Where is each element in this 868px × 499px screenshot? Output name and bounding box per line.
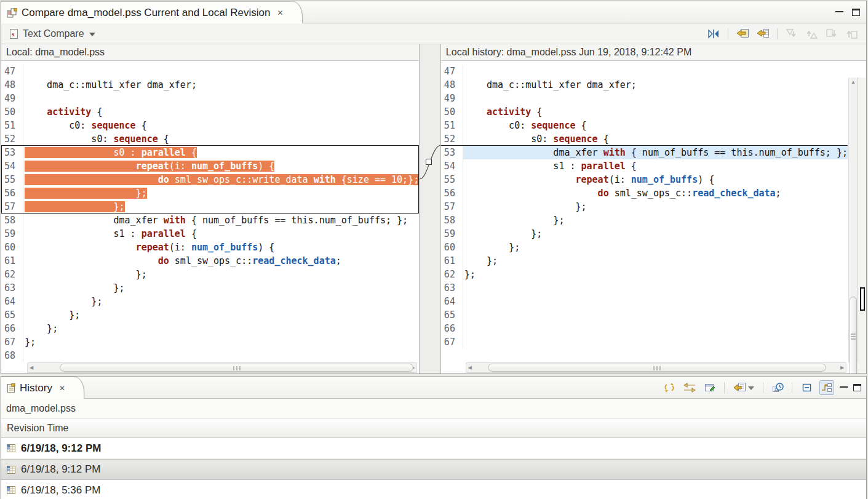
maximize-icon[interactable] xyxy=(852,9,860,16)
maximize-icon[interactable] xyxy=(853,384,861,391)
close-icon[interactable]: ✕ xyxy=(59,385,65,392)
code-line[interactable]: 57 }; xyxy=(1,200,419,214)
code-line[interactable]: 60 repeat(i: num_of_buffs) { xyxy=(1,241,419,254)
code-line[interactable]: 62}; xyxy=(441,268,866,281)
code-line[interactable]: 60 }; xyxy=(441,241,866,254)
code-line[interactable]: 51 c0: sequence { xyxy=(441,119,866,132)
toolbar-separator xyxy=(777,28,778,39)
line-number: 47 xyxy=(1,65,23,78)
code-line[interactable]: 48 dma_c::multi_xfer dma_xfer; xyxy=(1,78,419,92)
tab-history[interactable]: History ✕ xyxy=(1,377,84,399)
diff-overview-ruler[interactable] xyxy=(858,78,866,373)
code-line[interactable]: 48 dma_c::multi_xfer dma_xfer; xyxy=(441,78,866,92)
code-line[interactable]: 54 s1 : parallel { xyxy=(441,159,866,173)
line-number: 67 xyxy=(441,335,463,349)
line-number: 65 xyxy=(441,308,463,322)
scroll-left-icon[interactable]: ◀ xyxy=(466,363,474,372)
compare-window-buttons xyxy=(835,1,860,23)
code-line[interactable]: 56 }; xyxy=(1,186,419,200)
right-code-editor[interactable]: 4748 dma_c::multi_xfer dma_xfer;4950 act… xyxy=(441,61,866,373)
swap-left-right-icon[interactable] xyxy=(706,26,721,41)
code-line[interactable]: 49 xyxy=(1,92,419,105)
copy-current-change-right-to-left-icon[interactable] xyxy=(755,26,770,41)
code-line[interactable]: 47 xyxy=(1,65,419,78)
line-number: 52 xyxy=(441,132,463,146)
scrollbar-thumb[interactable] xyxy=(60,364,413,372)
revision-row[interactable]: 6/19/18, 9:12 PM xyxy=(1,438,866,459)
line-number: 51 xyxy=(1,119,23,132)
code-line[interactable]: 61 do sml_sw_ops_c::read_check_data; xyxy=(1,254,419,268)
code-line[interactable]: 66 xyxy=(441,322,866,335)
code-line[interactable]: 66 }; xyxy=(1,322,419,335)
scrollbar-thumb[interactable] xyxy=(850,297,857,373)
code-line[interactable]: 68 xyxy=(1,349,419,362)
code-line[interactable]: 62 }; xyxy=(1,268,419,281)
revision-icon xyxy=(7,444,15,452)
line-number: 56 xyxy=(441,186,463,200)
revision-row[interactable]: 6/19/18, 5:36 PM xyxy=(1,480,866,499)
viewer-switch-dropdown[interactable]: s Text Compare xyxy=(6,27,99,41)
replace-with-dropdown-icon[interactable] xyxy=(731,380,756,395)
code-line[interactable]: 58 }; xyxy=(441,214,866,227)
code-line[interactable]: 58 dma_xfer with { num_of_buffs == this.… xyxy=(1,214,419,227)
tab-title: Compare dma_model.pss Current and Local … xyxy=(22,7,270,19)
group-by-date-icon[interactable] xyxy=(819,380,834,395)
code-line[interactable]: 63 }; xyxy=(1,281,419,295)
right-vertical-scrollbar[interactable]: ▲ ▼ xyxy=(848,78,858,362)
code-line[interactable]: 67}; xyxy=(1,335,419,349)
code-line[interactable]: 64 }; xyxy=(1,295,419,308)
code-line[interactable]: 54 repeat(i: num_of_buffs) { xyxy=(1,159,419,173)
code-line[interactable]: 49 xyxy=(441,92,866,105)
code-line[interactable]: 50 activity { xyxy=(441,105,866,119)
code-line[interactable]: 56 do sml_sw_ops_c::read_check_data; xyxy=(441,186,866,200)
diff-handle[interactable] xyxy=(426,159,432,165)
code-line[interactable]: 63 xyxy=(441,281,866,295)
link-with-editor-icon[interactable] xyxy=(682,380,697,395)
code-line[interactable]: 50 activity { xyxy=(1,105,419,119)
right-pane-header: Local history: dma_model.pss Jun 19, 201… xyxy=(441,44,866,61)
right-horizontal-scrollbar[interactable]: ◀ ▶ xyxy=(466,362,846,373)
revision-icon xyxy=(7,466,15,474)
tab-compare-editor[interactable]: Compare dma_model.pss Current and Local … xyxy=(1,1,303,23)
diff-overview-marker[interactable] xyxy=(860,287,865,311)
line-number: 60 xyxy=(441,241,463,254)
code-line[interactable]: 52 s0: sequence { xyxy=(1,132,419,146)
history-toolbar-buttons: 12 xyxy=(662,377,861,399)
left-compare-pane: Local: dma_model.pss 4748 dma_c::multi_x… xyxy=(1,44,420,373)
code-line[interactable]: 64 xyxy=(441,295,866,308)
left-horizontal-scrollbar[interactable]: ◀ ▶ xyxy=(27,362,417,373)
code-line[interactable]: 67 xyxy=(441,335,866,349)
copy-all-right-to-left-icon[interactable] xyxy=(735,26,750,41)
code-line[interactable]: 53 dma_xfer with { num_of_buffs == this.… xyxy=(441,146,866,159)
refresh-icon[interactable] xyxy=(662,380,677,395)
scroll-up-icon[interactable]: ▲ xyxy=(850,78,857,87)
line-number: 60 xyxy=(1,241,23,254)
code-line[interactable]: 57 }; xyxy=(441,200,866,214)
line-number: 50 xyxy=(441,105,463,119)
scroll-right-icon[interactable]: ▶ xyxy=(838,363,846,372)
collapse-all-icon[interactable] xyxy=(799,380,814,395)
code-line[interactable]: 53 s0 : parallel { xyxy=(1,146,419,159)
line-number: 56 xyxy=(1,186,23,200)
revision-time-column-header[interactable]: Revision Time xyxy=(1,419,866,438)
code-line[interactable]: 52 s0: sequence { xyxy=(441,132,866,146)
pin-editor-icon[interactable] xyxy=(703,380,717,395)
close-icon[interactable]: ✕ xyxy=(277,9,283,17)
code-line[interactable]: 47 xyxy=(441,65,866,78)
code-line[interactable]: 65 }; xyxy=(1,308,419,322)
code-line[interactable]: 59 s1 : parallel { xyxy=(1,227,419,241)
line-number: 55 xyxy=(1,173,23,186)
scroll-left-icon[interactable]: ◀ xyxy=(28,363,35,372)
date-time-format-icon[interactable]: 12 xyxy=(770,380,785,395)
text-compare-icon: s xyxy=(10,29,18,39)
code-line[interactable]: 65 xyxy=(441,308,866,322)
code-line[interactable]: 59 }; xyxy=(441,227,866,241)
scrollbar-thumb[interactable] xyxy=(488,364,826,372)
code-line[interactable]: 55 do sml_sw_ops_c::write_data with {siz… xyxy=(1,173,419,186)
left-code-editor[interactable]: 4748 dma_c::multi_xfer dma_xfer;4950 act… xyxy=(1,61,419,373)
code-line[interactable]: 55 repeat(i: num_of_buffs) { xyxy=(441,173,866,186)
revision-row[interactable]: 6/19/18, 9:12 PM xyxy=(1,459,866,480)
code-line[interactable]: 51 c0: sequence { xyxy=(1,119,419,132)
code-line[interactable]: 61 }; xyxy=(441,254,866,268)
toolbar-separator xyxy=(724,382,725,393)
